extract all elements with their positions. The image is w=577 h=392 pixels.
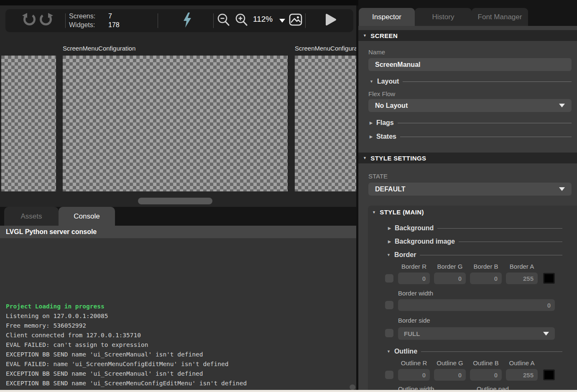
dropdown-caret-icon	[543, 332, 549, 336]
chevron-down-icon: ▼	[363, 156, 367, 160]
border-section-toggle[interactable]: ▼ Border	[387, 251, 562, 259]
screen-canvas-clipped[interactable]	[295, 56, 357, 191]
console-output[interactable]: Project Loading in progress Listening on…	[0, 238, 357, 390]
console-log-line: EVAL FAILED: can't assign to expression	[6, 340, 247, 350]
border-b-value: 0	[494, 275, 498, 282]
tab-console[interactable]: Console	[59, 207, 115, 226]
tab-inspector-label: Inspector	[372, 13, 401, 21]
state-label: STATE	[368, 173, 388, 180]
background-image-section-toggle[interactable]: ▶ Background image	[388, 238, 562, 245]
toolbar-divider	[65, 13, 66, 28]
outline-g-label: Outline G	[434, 359, 466, 367]
section-rule	[459, 242, 562, 242]
outline-b-label: Outline B	[470, 359, 502, 367]
canvas-area[interactable]: Screens: 7 Widgets: 178	[0, 5, 357, 207]
tab-font-manager[interactable]: Font Manager	[472, 8, 528, 26]
chevron-right-icon: ▶	[388, 226, 391, 230]
widgets-count-value: 178	[108, 20, 120, 29]
border-width-input[interactable]: 0	[398, 299, 555, 311]
border-g-input[interactable]: 0	[434, 272, 466, 284]
border-side-checkbox[interactable]	[385, 329, 393, 337]
section-rule	[420, 255, 562, 255]
screen-section-header[interactable]: ▼ SCREEN	[358, 30, 577, 41]
tab-assets[interactable]: Assets	[4, 207, 59, 226]
tab-console-label: Console	[74, 212, 100, 221]
image-icon	[289, 13, 302, 28]
outline-a-input[interactable]: 255	[506, 369, 538, 381]
background-section-toggle[interactable]: ▶ Background	[388, 224, 562, 232]
outline-b-input[interactable]: 0	[470, 369, 502, 381]
border-b-input[interactable]: 0	[470, 272, 502, 284]
style-settings-section-header[interactable]: ▼ STYLE SETTINGS	[358, 153, 577, 163]
zoom-out-button[interactable]	[217, 14, 231, 28]
border-side-value: FULL	[404, 330, 420, 337]
flags-section-toggle[interactable]: ▶ Flags	[370, 119, 572, 127]
console-vertical-scrollbar[interactable]	[350, 384, 355, 390]
canvas-horizontal-scrollbar[interactable]	[138, 198, 212, 204]
play-button[interactable]	[324, 14, 337, 27]
zoom-level-value[interactable]: 112%	[253, 15, 273, 24]
console-log-line: Project Loading in progress	[6, 302, 247, 311]
style-main-toggle[interactable]: ▼ STYLE (MAIN)	[372, 209, 424, 216]
chevron-right-icon: ▶	[370, 121, 373, 125]
border-color-checkbox[interactable]	[385, 274, 393, 283]
toolbar-divider	[158, 13, 158, 28]
chevron-down-icon: ▼	[387, 349, 391, 354]
lightning-bolt-icon	[182, 12, 192, 30]
chevron-down-icon: ▼	[372, 210, 376, 214]
outline-g-input[interactable]: 0	[434, 369, 466, 381]
redo-button[interactable]	[39, 14, 54, 27]
undo-icon	[22, 13, 36, 28]
zoom-dropdown-caret-icon[interactable]	[279, 19, 285, 23]
quick-run-button[interactable]	[182, 13, 193, 29]
border-side-select[interactable]: FULL	[398, 327, 555, 340]
toolbar-divider	[213, 13, 214, 28]
tab-inspector[interactable]: Inspector	[359, 8, 415, 26]
layout-section-toggle[interactable]: ▼ Layout	[370, 78, 572, 85]
section-rule	[403, 81, 572, 82]
outline-b-value: 0	[494, 372, 498, 379]
outline-r-input[interactable]: 0	[398, 369, 430, 381]
border-a-value: 255	[523, 275, 534, 282]
redo-icon	[39, 13, 54, 28]
console-title: LVGL Python server console	[0, 226, 357, 238]
screens-count-value: 7	[108, 12, 120, 20]
screen-canvas-menu-configuration[interactable]	[63, 56, 288, 191]
screens-count-label: Screens:	[69, 12, 104, 20]
undo-button[interactable]	[22, 14, 36, 27]
chevron-right-icon: ▶	[370, 135, 373, 139]
outline-r-value: 0	[422, 372, 426, 379]
console-log-line: Free memory: 536052992	[6, 321, 247, 331]
border-a-input[interactable]: 255	[506, 272, 538, 284]
screen-name-input[interactable]: ScreenManual	[368, 58, 572, 71]
outline-pad-label: Outline pad	[477, 385, 509, 390]
flex-flow-select[interactable]: No Layout	[368, 99, 572, 112]
main-toolbar: Screens: 7 Widgets: 178	[5, 9, 353, 32]
border-g-label: Border G	[434, 263, 466, 270]
screenshot-button[interactable]	[289, 14, 302, 27]
border-g-value: 0	[458, 275, 462, 282]
border-width-value: 0	[547, 302, 551, 309]
style-settings-title: STYLE SETTINGS	[370, 155, 426, 162]
state-select[interactable]: DEFAULT	[368, 183, 572, 196]
outline-section-toggle[interactable]: ▼ Outline	[387, 348, 562, 355]
screen-canvas-partial[interactable]	[1, 56, 56, 191]
border-color-swatch[interactable]	[543, 273, 555, 284]
background-section-title: Background	[395, 224, 434, 232]
outline-width-label: Outline width	[398, 385, 434, 390]
console-log-line: EVAL FAILED: name 'ui_ScreenMenuConfigEd…	[6, 359, 247, 369]
outline-color-swatch[interactable]	[543, 369, 555, 380]
zoom-out-icon	[217, 13, 231, 29]
border-r-input[interactable]: 0	[398, 272, 430, 284]
flex-flow-label: Flex Flow	[368, 90, 395, 97]
tab-history[interactable]: History	[415, 8, 472, 26]
outline-color-checkbox[interactable]	[385, 371, 393, 379]
background-image-section-title: Background image	[395, 238, 455, 245]
flags-section-title: Flags	[376, 119, 394, 127]
border-side-label: Border side	[398, 317, 430, 324]
style-main-panel: ▼ STYLE (MAIN) ▶ Background ▶ Background…	[368, 206, 577, 390]
chevron-down-icon: ▼	[363, 33, 367, 38]
states-section-toggle[interactable]: ▶ States	[370, 133, 572, 140]
zoom-in-button[interactable]	[235, 14, 249, 28]
border-width-checkbox[interactable]	[385, 301, 393, 309]
